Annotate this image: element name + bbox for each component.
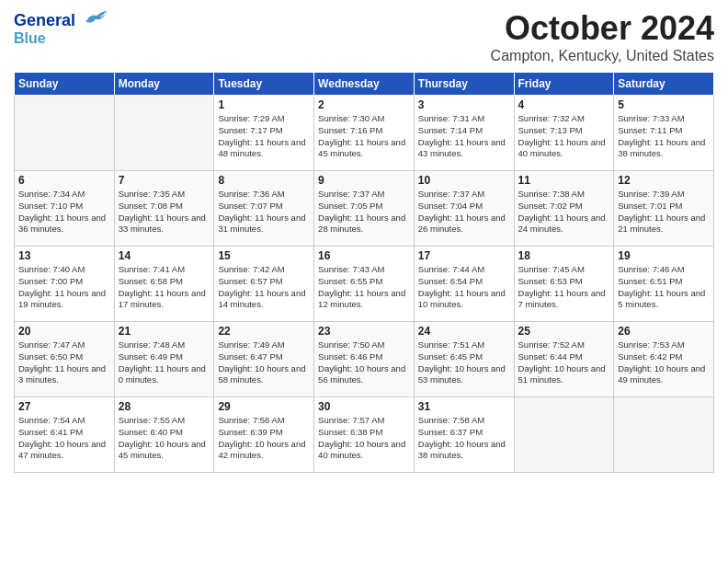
- day-info: Sunrise: 7:57 AMSunset: 6:38 PMDaylight:…: [318, 415, 410, 462]
- calendar-cell: 1Sunrise: 7:29 AMSunset: 7:17 PMDaylight…: [214, 96, 314, 171]
- day-number: 9: [318, 174, 410, 187]
- day-info: Sunrise: 7:58 AMSunset: 6:37 PMDaylight:…: [418, 415, 510, 462]
- day-number: 27: [18, 400, 110, 413]
- calendar-cell: [15, 96, 115, 171]
- calendar-cell: [614, 397, 714, 473]
- calendar-week-row: 1Sunrise: 7:29 AMSunset: 7:17 PMDaylight…: [15, 96, 714, 171]
- day-number: 1: [218, 98, 310, 111]
- location-title: Campton, Kentucky, United States: [491, 48, 714, 64]
- day-number: 30: [318, 400, 410, 413]
- calendar-cell: 28Sunrise: 7:55 AMSunset: 6:40 PMDayligh…: [114, 397, 214, 473]
- calendar-cell: 23Sunrise: 7:50 AMSunset: 6:46 PMDayligh…: [314, 322, 415, 397]
- calendar-week-row: 6Sunrise: 7:34 AMSunset: 7:10 PMDaylight…: [15, 171, 714, 247]
- calendar-cell: 24Sunrise: 7:51 AMSunset: 6:45 PMDayligh…: [414, 322, 514, 397]
- day-info: Sunrise: 7:42 AMSunset: 6:57 PMDaylight:…: [218, 264, 310, 311]
- calendar-week-row: 13Sunrise: 7:40 AMSunset: 7:00 PMDayligh…: [15, 247, 714, 322]
- calendar-cell: 15Sunrise: 7:42 AMSunset: 6:57 PMDayligh…: [214, 247, 314, 322]
- day-info: Sunrise: 7:49 AMSunset: 6:47 PMDaylight:…: [218, 339, 310, 386]
- day-number: 26: [618, 325, 710, 338]
- header-friday: Friday: [514, 73, 614, 96]
- day-info: Sunrise: 7:50 AMSunset: 6:46 PMDaylight:…: [318, 339, 410, 386]
- calendar-cell: 25Sunrise: 7:52 AMSunset: 6:44 PMDayligh…: [514, 322, 614, 397]
- calendar-cell: 21Sunrise: 7:48 AMSunset: 6:49 PMDayligh…: [114, 322, 214, 397]
- calendar-cell: 26Sunrise: 7:53 AMSunset: 6:42 PMDayligh…: [614, 322, 714, 397]
- day-info: Sunrise: 7:44 AMSunset: 6:54 PMDaylight:…: [418, 264, 510, 311]
- header-saturday: Saturday: [614, 73, 714, 96]
- day-info: Sunrise: 7:54 AMSunset: 6:41 PMDaylight:…: [18, 415, 110, 462]
- day-number: 5: [618, 98, 710, 111]
- logo-text: General: [14, 9, 109, 30]
- day-number: 2: [318, 98, 410, 111]
- calendar-header-row: SundayMondayTuesdayWednesdayThursdayFrid…: [15, 73, 714, 96]
- calendar-cell: [114, 96, 214, 171]
- calendar-cell: 7Sunrise: 7:35 AMSunset: 7:08 PMDaylight…: [114, 171, 214, 247]
- day-number: 15: [218, 249, 310, 262]
- day-info: Sunrise: 7:53 AMSunset: 6:42 PMDaylight:…: [618, 339, 710, 386]
- calendar-cell: 27Sunrise: 7:54 AMSunset: 6:41 PMDayligh…: [15, 397, 115, 473]
- calendar-cell: 16Sunrise: 7:43 AMSunset: 6:55 PMDayligh…: [314, 247, 415, 322]
- day-number: 29: [218, 400, 310, 413]
- calendar-cell: 11Sunrise: 7:38 AMSunset: 7:02 PMDayligh…: [514, 171, 614, 247]
- calendar-cell: 14Sunrise: 7:41 AMSunset: 6:58 PMDayligh…: [114, 247, 214, 322]
- day-info: Sunrise: 7:41 AMSunset: 6:58 PMDaylight:…: [119, 264, 210, 311]
- day-number: 6: [18, 174, 110, 187]
- day-info: Sunrise: 7:52 AMSunset: 6:44 PMDaylight:…: [518, 339, 610, 386]
- calendar-table: SundayMondayTuesdayWednesdayThursdayFrid…: [14, 72, 714, 473]
- day-number: 24: [418, 325, 510, 338]
- calendar-cell: 5Sunrise: 7:33 AMSunset: 7:11 PMDaylight…: [614, 96, 714, 171]
- day-info: Sunrise: 7:35 AMSunset: 7:08 PMDaylight:…: [119, 189, 210, 236]
- calendar-cell: 3Sunrise: 7:31 AMSunset: 7:14 PMDaylight…: [414, 96, 514, 171]
- day-info: Sunrise: 7:45 AMSunset: 6:53 PMDaylight:…: [518, 264, 610, 311]
- calendar-cell: 29Sunrise: 7:56 AMSunset: 6:39 PMDayligh…: [214, 397, 314, 473]
- day-number: 22: [218, 325, 310, 338]
- day-number: 21: [119, 325, 210, 338]
- day-info: Sunrise: 7:32 AMSunset: 7:13 PMDaylight:…: [518, 113, 610, 160]
- calendar-week-row: 20Sunrise: 7:47 AMSunset: 6:50 PMDayligh…: [15, 322, 714, 397]
- day-info: Sunrise: 7:55 AMSunset: 6:40 PMDaylight:…: [119, 415, 210, 462]
- calendar-cell: [514, 397, 614, 473]
- day-info: Sunrise: 7:34 AMSunset: 7:10 PMDaylight:…: [18, 189, 110, 236]
- day-number: 8: [218, 174, 310, 187]
- day-info: Sunrise: 7:51 AMSunset: 6:45 PMDaylight:…: [418, 339, 510, 386]
- calendar-cell: 30Sunrise: 7:57 AMSunset: 6:38 PMDayligh…: [314, 397, 415, 473]
- calendar-cell: 12Sunrise: 7:39 AMSunset: 7:01 PMDayligh…: [614, 171, 714, 247]
- page-header: General Blue October 2024 Campton, Kentu…: [14, 9, 714, 64]
- calendar-cell: 20Sunrise: 7:47 AMSunset: 6:50 PMDayligh…: [15, 322, 115, 397]
- header-thursday: Thursday: [414, 73, 514, 96]
- day-number: 23: [318, 325, 410, 338]
- calendar-cell: 19Sunrise: 7:46 AMSunset: 6:51 PMDayligh…: [614, 247, 714, 322]
- title-block: October 2024 Campton, Kentucky, United S…: [491, 9, 714, 64]
- day-number: 12: [618, 174, 710, 187]
- day-info: Sunrise: 7:40 AMSunset: 7:00 PMDaylight:…: [18, 264, 110, 311]
- calendar-cell: 22Sunrise: 7:49 AMSunset: 6:47 PMDayligh…: [214, 322, 314, 397]
- day-info: Sunrise: 7:37 AMSunset: 7:04 PMDaylight:…: [418, 189, 510, 236]
- day-number: 19: [618, 249, 710, 262]
- day-number: 14: [119, 249, 210, 262]
- day-info: Sunrise: 7:39 AMSunset: 7:01 PMDaylight:…: [618, 189, 710, 236]
- calendar-cell: 13Sunrise: 7:40 AMSunset: 7:00 PMDayligh…: [15, 247, 115, 322]
- day-number: 28: [119, 400, 210, 413]
- calendar-cell: 10Sunrise: 7:37 AMSunset: 7:04 PMDayligh…: [414, 171, 514, 247]
- day-info: Sunrise: 7:31 AMSunset: 7:14 PMDaylight:…: [418, 113, 510, 160]
- calendar-cell: 18Sunrise: 7:45 AMSunset: 6:53 PMDayligh…: [514, 247, 614, 322]
- day-number: 10: [418, 174, 510, 187]
- day-number: 31: [418, 400, 510, 413]
- day-info: Sunrise: 7:36 AMSunset: 7:07 PMDaylight:…: [218, 189, 310, 236]
- calendar-cell: 6Sunrise: 7:34 AMSunset: 7:10 PMDaylight…: [15, 171, 115, 247]
- day-number: 25: [518, 325, 610, 338]
- logo: General Blue: [14, 9, 109, 47]
- day-number: 11: [518, 174, 610, 187]
- calendar-cell: 9Sunrise: 7:37 AMSunset: 7:05 PMDaylight…: [314, 171, 415, 247]
- day-number: 4: [518, 98, 610, 111]
- day-number: 3: [418, 98, 510, 111]
- day-info: Sunrise: 7:29 AMSunset: 7:17 PMDaylight:…: [218, 113, 310, 160]
- day-info: Sunrise: 7:47 AMSunset: 6:50 PMDaylight:…: [18, 339, 110, 386]
- day-number: 20: [18, 325, 110, 338]
- calendar-cell: 4Sunrise: 7:32 AMSunset: 7:13 PMDaylight…: [514, 96, 614, 171]
- header-monday: Monday: [114, 73, 214, 96]
- calendar-cell: 17Sunrise: 7:44 AMSunset: 6:54 PMDayligh…: [414, 247, 514, 322]
- header-wednesday: Wednesday: [314, 73, 415, 96]
- day-info: Sunrise: 7:48 AMSunset: 6:49 PMDaylight:…: [119, 339, 210, 386]
- day-number: 18: [518, 249, 610, 262]
- day-number: 13: [18, 249, 110, 262]
